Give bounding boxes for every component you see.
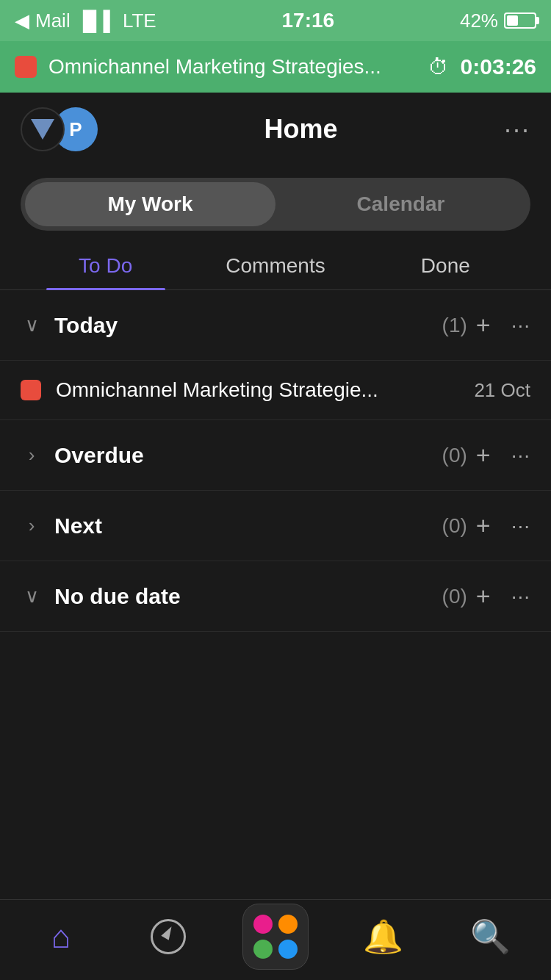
next-more-button[interactable]: ··· bbox=[511, 514, 530, 538]
status-left: ◀ Mail ▐▌▌ LTE bbox=[15, 10, 156, 32]
network-label: LTE bbox=[123, 10, 156, 32]
overdue-count: (0) bbox=[442, 444, 467, 467]
nav-explore[interactable] bbox=[132, 907, 205, 966]
avatar-group[interactable]: P bbox=[21, 107, 98, 151]
header: P Home ··· bbox=[0, 93, 551, 166]
today-add-button[interactable]: + bbox=[476, 311, 491, 339]
task-color-indicator bbox=[21, 380, 41, 400]
compass-needle bbox=[161, 924, 175, 940]
timer-bar[interactable]: Omnichannel Marketing Strategies... ⏱ 0:… bbox=[0, 41, 551, 93]
segment-calendar-label: Calendar bbox=[357, 192, 445, 216]
avatar-dark bbox=[21, 107, 65, 151]
compass-icon bbox=[151, 919, 186, 954]
header-title: Home bbox=[264, 114, 337, 145]
overdue-add-button[interactable]: + bbox=[476, 441, 491, 469]
app-dot-green bbox=[253, 940, 273, 959]
battery-icon bbox=[504, 12, 536, 29]
today-chevron-down-icon: ∨ bbox=[21, 314, 43, 336]
app-dot-blue bbox=[278, 940, 298, 959]
section-overdue[interactable]: › Overdue (0) + ··· bbox=[0, 420, 551, 491]
segment-calendar[interactable]: Calendar bbox=[276, 182, 526, 226]
nav-apps[interactable] bbox=[239, 907, 312, 966]
segment-control[interactable]: My Work Calendar bbox=[21, 178, 530, 231]
timer-task-title: Omnichannel Marketing Strategies... bbox=[48, 55, 417, 79]
overdue-chevron-right-icon: › bbox=[21, 444, 43, 466]
tab-comments[interactable]: Comments bbox=[190, 242, 360, 289]
today-count: (1) bbox=[442, 314, 467, 337]
section-next[interactable]: › Next (0) + ··· bbox=[0, 491, 551, 561]
no-due-date-add-button[interactable]: + bbox=[476, 582, 491, 610]
avatar-label: P bbox=[69, 118, 82, 141]
main-content: My Work Calendar To Do Comments Done ∨ T… bbox=[0, 178, 551, 720]
tab-todo[interactable]: To Do bbox=[21, 242, 190, 289]
today-label: Today bbox=[54, 313, 442, 338]
tab-comments-label: Comments bbox=[226, 254, 325, 277]
no-due-date-actions: + ··· bbox=[476, 582, 530, 610]
home-icon: ⌂ bbox=[51, 918, 71, 955]
task-item[interactable]: Omnichannel Marketing Strategie... 21 Oc… bbox=[0, 361, 551, 420]
search-icon: 🔍 bbox=[470, 918, 511, 956]
sub-tabs: To Do Comments Done bbox=[0, 242, 551, 290]
next-label: Next bbox=[54, 514, 442, 538]
signal-bars: ▐▌▌ bbox=[76, 10, 117, 32]
status-bar: ◀ Mail ▐▌▌ LTE 17:16 42% bbox=[0, 0, 551, 41]
tab-todo-label: To Do bbox=[79, 254, 132, 277]
nav-home[interactable]: ⌂ bbox=[24, 907, 98, 966]
timer-stop-button[interactable] bbox=[15, 56, 37, 78]
back-arrow: ◀ bbox=[15, 10, 29, 32]
section-today[interactable]: ∨ Today (1) + ··· bbox=[0, 290, 551, 361]
timer-elapsed: 0:03:26 bbox=[461, 54, 536, 79]
next-actions: + ··· bbox=[476, 511, 530, 540]
status-right: 42% bbox=[460, 10, 536, 32]
nav-notifications[interactable]: 🔔 bbox=[346, 907, 419, 966]
task-due-date: 21 Oct bbox=[474, 379, 530, 402]
avatar-triangle-icon bbox=[31, 119, 54, 140]
today-more-button[interactable]: ··· bbox=[511, 314, 530, 337]
carrier-label: Mail bbox=[35, 10, 71, 32]
next-chevron-right-icon: › bbox=[21, 514, 43, 537]
timer-clock-icon: ⏱ bbox=[428, 55, 449, 79]
no-due-date-chevron-down-icon: ∨ bbox=[21, 585, 43, 608]
battery-percent: 42% bbox=[460, 10, 498, 32]
header-more-button[interactable]: ··· bbox=[504, 114, 530, 145]
no-due-date-more-button[interactable]: ··· bbox=[511, 585, 530, 608]
overdue-more-button[interactable]: ··· bbox=[511, 444, 530, 467]
app-dot-orange bbox=[278, 915, 298, 934]
status-time: 17:16 bbox=[282, 9, 335, 32]
today-actions: + ··· bbox=[476, 311, 530, 339]
no-due-date-count: (0) bbox=[442, 585, 467, 608]
next-add-button[interactable]: + bbox=[476, 511, 491, 540]
tab-done[interactable]: Done bbox=[361, 242, 530, 289]
section-no-due-date[interactable]: ∨ No due date (0) + ··· bbox=[0, 561, 551, 632]
overdue-label: Overdue bbox=[54, 443, 442, 468]
apps-grid-button[interactable] bbox=[242, 904, 309, 970]
bell-icon: 🔔 bbox=[363, 918, 403, 956]
tab-done-label: Done bbox=[421, 254, 470, 277]
segment-my-work-label: My Work bbox=[107, 192, 192, 216]
app-dot-pink bbox=[253, 915, 273, 934]
no-due-date-label: No due date bbox=[54, 584, 442, 609]
segment-my-work[interactable]: My Work bbox=[25, 182, 276, 226]
battery-fill bbox=[507, 15, 518, 26]
next-count: (0) bbox=[442, 514, 467, 538]
task-title: Omnichannel Marketing Strategie... bbox=[56, 378, 465, 402]
overdue-actions: + ··· bbox=[476, 441, 530, 469]
nav-search[interactable]: 🔍 bbox=[453, 907, 527, 966]
bottom-nav: ⌂ 🔔 🔍 bbox=[0, 899, 551, 980]
